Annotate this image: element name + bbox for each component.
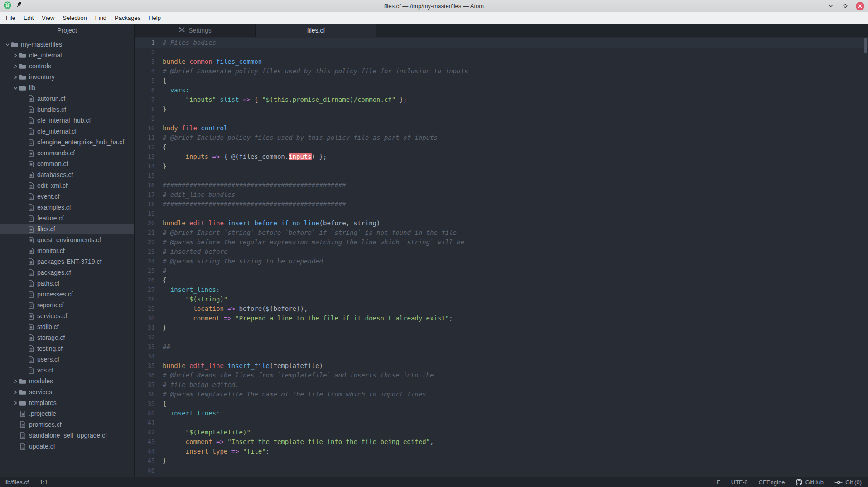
tree-item-storage.cf[interactable]: storage.cf [0, 332, 134, 343]
code-line-30[interactable]: comment => "Prepend a line to the file i… [161, 314, 868, 323]
line-number[interactable]: 5 [135, 76, 161, 86]
tree-item-feature.cf[interactable]: feature.cf [0, 213, 134, 224]
line-number[interactable]: 38 [135, 390, 161, 399]
code-line-41[interactable] [161, 418, 868, 428]
code-line-37[interactable]: # file being edited. [161, 380, 868, 390]
line-number[interactable]: 21 [135, 228, 161, 238]
line-number[interactable]: 12 [135, 143, 161, 152]
chevron-right-icon[interactable] [12, 75, 19, 79]
tree-item-databases.cf[interactable]: databases.cf [0, 169, 134, 180]
line-number[interactable]: 11 [135, 133, 161, 143]
line-number[interactable]: 41 [135, 418, 161, 428]
tree-item-event.cf[interactable]: event.cf [0, 191, 134, 202]
code-line-18[interactable]: ########################################… [161, 200, 868, 209]
code-line-26[interactable]: { [161, 276, 868, 285]
code-line-9[interactable] [161, 114, 868, 124]
status-git-0-[interactable]: Git (0) [834, 479, 862, 486]
line-number[interactable]: 13 [135, 152, 161, 162]
maximize-button[interactable] [841, 2, 849, 10]
tree-item-my-masterfiles[interactable]: my-masterfiles [0, 39, 134, 50]
menu-edit[interactable]: Edit [19, 13, 38, 23]
line-number[interactable]: 28 [135, 295, 161, 304]
line-number[interactable]: 16 [135, 181, 161, 190]
code-line-29[interactable]: location => before($(before)), [161, 304, 868, 314]
tree-item-services.cf[interactable]: services.cf [0, 310, 134, 321]
code-line-13[interactable]: inputs => { @(files_common.inputs) }; [161, 152, 868, 162]
code-line-39[interactable]: { [161, 399, 868, 409]
line-number[interactable]: 20 [135, 219, 161, 228]
tree-item-examples.cf[interactable]: examples.cf [0, 202, 134, 213]
minimize-button[interactable] [827, 2, 835, 10]
tree-item-update.cf[interactable]: update.cf [0, 441, 134, 452]
code-line-45[interactable]: } [161, 456, 868, 466]
status-github[interactable]: GitHub [796, 479, 823, 486]
tree-item-testing.cf[interactable]: testing.cf [0, 343, 134, 354]
line-number[interactable]: 34 [135, 352, 161, 361]
code-line-7[interactable]: "inputs" slist => { "$(this.promise_dirn… [161, 95, 868, 105]
tree-item-inventory[interactable]: inventory [0, 72, 134, 82]
tab-settings[interactable]: Settings [135, 24, 256, 37]
status-lf[interactable]: LF [714, 479, 720, 486]
line-number[interactable]: 23 [135, 247, 161, 257]
code-line-1[interactable]: # Files bodies [161, 38, 868, 48]
chevron-right-icon[interactable] [12, 64, 19, 68]
line-number[interactable]: 27 [135, 285, 161, 295]
line-number[interactable]: 8 [135, 105, 161, 114]
menu-packages[interactable]: Packages [111, 13, 145, 23]
scrollbar-handle[interactable] [864, 38, 867, 53]
code-line-19[interactable] [161, 209, 868, 219]
tree-item-packages.cf[interactable]: packages.cf [0, 267, 134, 278]
menu-help[interactable]: Help [145, 13, 165, 23]
line-number[interactable]: 32 [135, 333, 161, 342]
tree-item-common.cf[interactable]: common.cf [0, 158, 134, 169]
code-line-12[interactable]: { [161, 143, 868, 152]
code-line-33[interactable]: ## [161, 342, 868, 352]
tree-item-cfe_internal_hub.cf[interactable]: cfe_internal_hub.cf [0, 115, 134, 126]
code-line-25[interactable]: # [161, 266, 868, 276]
tree-item-paths.cf[interactable]: paths.cf [0, 278, 134, 289]
tree-item-cfe_internal.cf[interactable]: cfe_internal.cf [0, 126, 134, 137]
line-number[interactable]: 42 [135, 428, 161, 437]
line-number[interactable]: 39 [135, 399, 161, 409]
code-line-36[interactable]: # @brief Reads the lines from `templatef… [161, 371, 868, 380]
tree-item-packages-ENT-3719.cf[interactable]: packages-ENT-3719.cf [0, 256, 134, 267]
line-number[interactable]: 14 [135, 162, 161, 171]
menu-file[interactable]: File [2, 13, 19, 23]
status-lib-files-cf[interactable]: lib/files.cf [5, 479, 29, 486]
chevron-right-icon[interactable] [12, 390, 19, 394]
tree-item-controls[interactable]: controls [0, 61, 134, 72]
line-number[interactable]: 18 [135, 200, 161, 209]
code-line-35[interactable]: bundle edit_line insert_file(templatefil… [161, 361, 868, 371]
line-number[interactable]: 19 [135, 209, 161, 219]
code-line-31[interactable]: } [161, 323, 868, 333]
line-number[interactable]: 1 [135, 38, 161, 48]
tree-item-files.cf[interactable]: files.cf [0, 224, 134, 234]
status-1-1[interactable]: 1:1 [39, 479, 48, 486]
menu-selection[interactable]: Selection [58, 13, 91, 23]
code-line-43[interactable]: comment => "Insert the template file int… [161, 437, 868, 447]
line-number[interactable]: 15 [135, 171, 161, 181]
editor-pane[interactable]: 1234567891011121314151617181920212223242… [135, 37, 868, 477]
code-line-42[interactable]: "$(templatefile)" [161, 428, 868, 437]
line-number[interactable]: 6 [135, 86, 161, 95]
code-line-46[interactable] [161, 466, 868, 475]
tree-item-autorun.cf[interactable]: autorun.cf [0, 93, 134, 104]
line-number[interactable]: 10 [135, 124, 161, 133]
chevron-down-icon[interactable] [4, 43, 11, 47]
tree-item-users.cf[interactable]: users.cf [0, 354, 134, 365]
tab-files-cf[interactable]: files.cf [256, 24, 376, 37]
code-line-38[interactable]: # @param templatefile The name of the fi… [161, 390, 868, 399]
tree-item-lib[interactable]: lib [0, 82, 134, 93]
pin-icon[interactable] [16, 1, 23, 10]
menu-find[interactable]: Find [91, 13, 111, 23]
tree-item-standalone_self_upgrade.cf[interactable]: standalone_self_upgrade.cf [0, 430, 134, 441]
code-line-8[interactable]: } [161, 105, 868, 114]
chevron-down-icon[interactable] [12, 86, 19, 90]
line-number[interactable]: 22 [135, 238, 161, 247]
code-line-24[interactable]: # @param string The string to be prepend… [161, 257, 868, 266]
code-line-34[interactable] [161, 352, 868, 361]
line-number[interactable]: 33 [135, 342, 161, 352]
code-line-23[interactable]: # inserted before [161, 247, 868, 257]
code-line-4[interactable]: # @brief Enumerate policy files used by … [161, 67, 868, 76]
code-line-17[interactable]: # edit_line bundles [161, 190, 868, 200]
